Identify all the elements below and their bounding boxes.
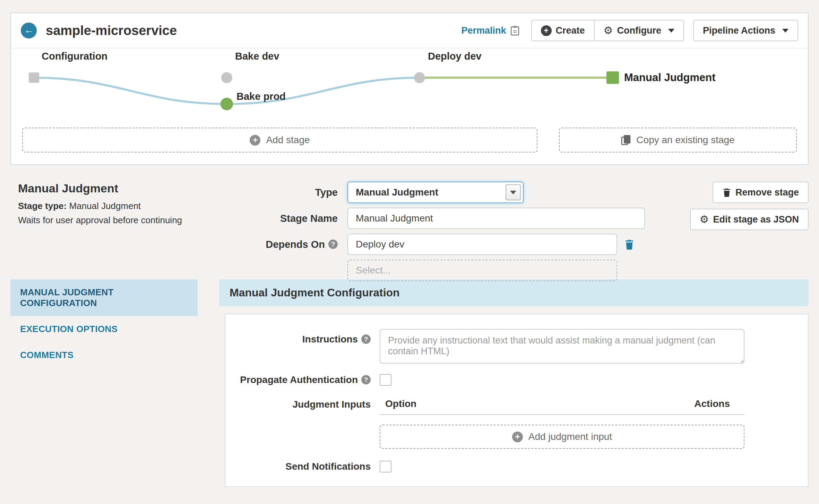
- depends-on-select-placeholder[interactable]: Select...: [347, 260, 617, 281]
- trash-icon: [722, 188, 731, 197]
- stage-description: Waits for user approval before continuin…: [18, 215, 212, 226]
- gear-icon: ⚙: [604, 25, 613, 36]
- copy-stage-label: Copy an existing stage: [636, 134, 734, 146]
- tab-execution-options[interactable]: EXECUTION OPTIONS: [10, 316, 198, 342]
- option-column-header: Option: [385, 398, 416, 409]
- stage-label-configuration[interactable]: Configuration: [42, 51, 107, 62]
- stage-label-bake-dev[interactable]: Bake dev: [235, 51, 279, 62]
- stage-node-bake-dev[interactable]: [221, 72, 232, 83]
- help-icon[interactable]: ?: [328, 240, 338, 249]
- remove-stage-label: Remove stage: [735, 187, 799, 198]
- add-judgment-input-label: Add judgment input: [528, 431, 612, 442]
- stage-node-bake-prod[interactable]: [221, 98, 233, 110]
- trash-icon[interactable]: [624, 239, 635, 250]
- remove-stage-button[interactable]: Remove stage: [713, 182, 809, 203]
- help-icon[interactable]: ?: [361, 334, 371, 344]
- judgment-inputs-table: Option Actions + Add judgment input: [380, 396, 744, 449]
- plus-icon: +: [541, 25, 552, 36]
- back-button[interactable]: ←: [21, 23, 37, 38]
- send-notifications-checkbox[interactable]: [380, 461, 391, 472]
- pipeline-graph: Configuration Bake dev Bake prod Deploy …: [11, 49, 808, 121]
- page-title: sample-microservice: [46, 23, 177, 38]
- clipboard-icon[interactable]: [510, 25, 519, 36]
- add-judgment-input-button[interactable]: + Add judgment input: [380, 425, 744, 449]
- actions-column-header: Actions: [694, 398, 730, 409]
- depends-on-label: Depends On?: [226, 239, 347, 250]
- stage-button-row: + Add stage Copy an existing stage: [11, 121, 808, 164]
- stage-type-select[interactable]: Manual Judgment: [347, 182, 524, 203]
- pipeline-card: ← sample-microservice Permalink + Create…: [10, 12, 809, 165]
- propagate-authentication-label: Propagate Authentication?: [225, 374, 380, 385]
- instructions-textarea[interactable]: [380, 329, 744, 364]
- arrow-left-icon: ←: [24, 25, 34, 35]
- pipeline-actions-label: Pipeline Actions: [703, 25, 775, 36]
- stage-node-manual-judgment[interactable]: [606, 71, 619, 84]
- caret-down-icon: [782, 29, 788, 33]
- plus-icon: +: [250, 135, 260, 146]
- stage-name-label: Stage Name: [226, 213, 347, 224]
- stage-details-section: Manual Judgment Stage type: Manual Judgm…: [0, 165, 819, 279]
- plus-icon: +: [512, 432, 523, 442]
- stage-label-bake-prod[interactable]: Bake prod: [236, 91, 286, 102]
- stage-actions: Remove stage ⚙ Edit stage as JSON: [690, 182, 809, 230]
- graph-edges: [11, 49, 809, 121]
- config-panel-title: Manual Judgment Configuration: [219, 279, 809, 306]
- permalink-link[interactable]: Permalink: [461, 25, 506, 36]
- copy-icon: [621, 135, 631, 145]
- edit-stage-json-label: Edit stage as JSON: [713, 214, 799, 225]
- lower-section: MANUAL JUDGMENT CONFIGURATION EXECUTION …: [10, 279, 809, 487]
- stage-form: Type Manual Judgment Stage Name Depends …: [226, 182, 670, 281]
- caret-down-icon: [510, 191, 516, 194]
- pipeline-actions-button[interactable]: Pipeline Actions: [693, 20, 798, 41]
- stage-title: Manual Judgment: [18, 182, 212, 195]
- type-label: Type: [226, 187, 347, 198]
- create-button[interactable]: + Create: [531, 20, 595, 41]
- config-panel-body: Instructions? Propagate Authentication? …: [225, 314, 809, 487]
- pipeline-header: ← sample-microservice Permalink + Create…: [11, 13, 808, 49]
- judgment-inputs-label: Judgment Inputs: [225, 396, 380, 410]
- stage-type-line: Stage type: Manual Judgment: [18, 201, 212, 211]
- add-stage-button[interactable]: + Add stage: [22, 128, 537, 153]
- copy-stage-button[interactable]: Copy an existing stage: [559, 128, 797, 153]
- gear-icon: ⚙: [700, 214, 709, 225]
- configure-button-label: Configure: [617, 25, 661, 36]
- edit-stage-json-button[interactable]: ⚙ Edit stage as JSON: [690, 209, 809, 230]
- stage-label-deploy-dev[interactable]: Deploy dev: [428, 51, 482, 62]
- help-icon[interactable]: ?: [361, 375, 371, 384]
- caret-down-icon: [668, 29, 674, 33]
- config-panel: Manual Judgment Configuration Instructio…: [219, 279, 809, 487]
- propagate-authentication-checkbox[interactable]: [380, 374, 391, 386]
- select-arrow: [506, 184, 521, 200]
- stage-label-manual-judgment[interactable]: Manual Judgment: [624, 71, 716, 84]
- configure-button[interactable]: ⚙ Configure: [595, 20, 684, 41]
- stage-name-input[interactable]: [347, 208, 645, 229]
- add-stage-label: Add stage: [266, 134, 310, 146]
- stage-type-selected-value: Manual Judgment: [356, 187, 438, 198]
- stage-tabs: MANUAL JUDGMENT CONFIGURATION EXECUTION …: [10, 279, 198, 368]
- stage-info: Manual Judgment Stage type: Manual Judgm…: [18, 182, 212, 226]
- create-button-label: Create: [556, 25, 585, 36]
- depends-on-input[interactable]: [347, 234, 617, 255]
- instructions-label: Instructions?: [225, 329, 380, 345]
- stage-node-configuration[interactable]: [29, 72, 39, 83]
- tab-manual-judgment-configuration[interactable]: MANUAL JUDGMENT CONFIGURATION: [10, 279, 198, 316]
- send-notifications-label: Send Notifications: [225, 461, 380, 472]
- stage-node-deploy-dev[interactable]: [414, 72, 425, 83]
- tab-comments[interactable]: COMMENTS: [10, 342, 198, 368]
